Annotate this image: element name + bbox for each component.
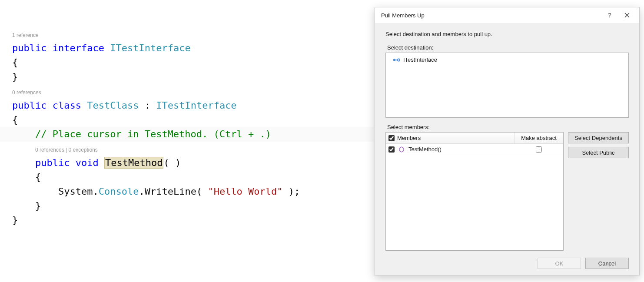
interface-icon	[393, 58, 400, 62]
member-checkbox[interactable]	[388, 146, 395, 153]
select-public-button[interactable]: Select Public	[568, 147, 629, 158]
keyword-public: public	[35, 157, 70, 168]
select-destination-label: Select destination:	[387, 44, 629, 51]
comment: // Place cursor in TestMethod. (Ctrl + .…	[35, 129, 271, 139]
svg-point-0	[393, 59, 395, 61]
svg-point-2	[398, 59, 400, 61]
member-name: TestMethod()	[408, 146, 442, 153]
keyword-class: class	[53, 100, 81, 111]
dialog-title: Pull Members Up	[381, 12, 601, 19]
pull-members-up-dialog: Pull Members Up ? Select destination and…	[375, 7, 640, 275]
select-dependents-button[interactable]: Select Dependents	[568, 132, 629, 143]
select-all-checkbox[interactable]	[388, 135, 395, 141]
type-interface: ITestInterface	[110, 43, 190, 53]
dialog-titlebar: Pull Members Up ?	[375, 7, 639, 23]
make-abstract-header-label: Make abstract	[521, 135, 557, 141]
type-console: Console	[99, 186, 139, 197]
keyword-public: public	[12, 43, 46, 53]
ok-button[interactable]: OK	[538, 258, 581, 269]
select-members-label: Select members:	[387, 124, 629, 130]
type-class: TestClass	[87, 100, 139, 111]
destination-item-label: ITestInterface	[403, 56, 437, 63]
destination-list[interactable]: ITestInterface	[385, 53, 629, 118]
method-icon	[398, 146, 405, 153]
member-row[interactable]: TestMethod()	[386, 144, 563, 155]
keyword-public: public	[12, 100, 46, 111]
destination-item[interactable]: ITestInterface	[389, 56, 625, 64]
codelens[interactable]: 0 references	[12, 90, 41, 96]
keyword-void: void	[76, 157, 99, 168]
members-table-header: Members Make abstract	[386, 133, 563, 144]
code-editor[interactable]: 1 reference public interface ITestInterf…	[0, 0, 374, 278]
codelens[interactable]: 0 references | 0 exceptions	[35, 147, 98, 153]
make-abstract-checkbox[interactable]	[536, 146, 542, 153]
codelens[interactable]: 1 reference	[12, 32, 39, 38]
dialog-instruction: Select destination and members to pull u…	[385, 31, 629, 37]
help-button[interactable]: ?	[601, 9, 618, 21]
cursor-method[interactable]: TestMethod	[104, 157, 163, 169]
identifier-writeline: WriteLine	[145, 186, 196, 197]
cancel-button[interactable]: Cancel	[585, 258, 629, 269]
close-icon	[624, 13, 630, 18]
string-literal: "Hello World"	[208, 186, 282, 197]
keyword-interface: interface	[53, 43, 104, 53]
members-table: Members Make abstract TestMethod()	[385, 132, 564, 251]
members-header-label: Members	[397, 135, 421, 141]
identifier-system: System	[58, 186, 93, 197]
type-interface-ref: ITestInterface	[156, 100, 236, 111]
close-button[interactable]	[618, 9, 636, 21]
